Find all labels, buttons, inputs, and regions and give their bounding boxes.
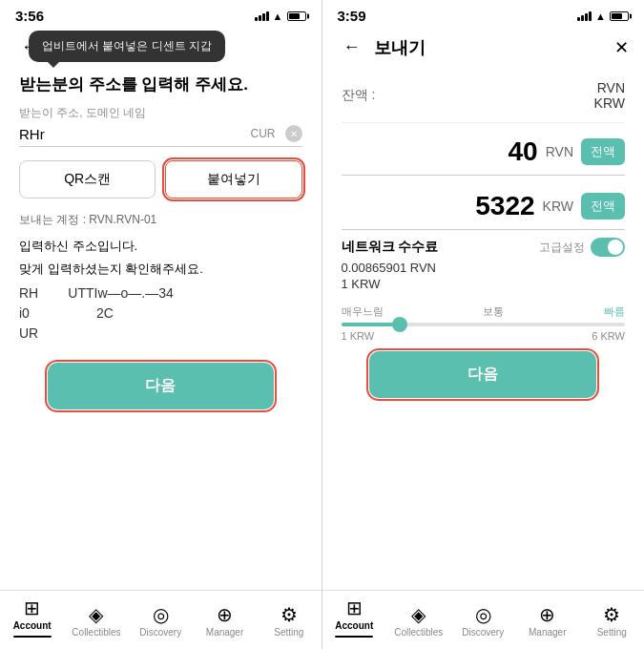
page-title-right: 보내기 [374, 36, 426, 59]
collectibles-icon-left: ◈ [89, 605, 103, 624]
action-buttons: QR스캔 붙여넣기 [19, 160, 302, 199]
battery-icon [287, 11, 306, 21]
address-line-2: i0 2C [19, 305, 114, 321]
status-bar-left: 3:56 ▲ [0, 0, 322, 28]
paste-button[interactable]: 붙여넣기 [165, 160, 301, 199]
toggle-knob [608, 240, 623, 255]
account-info: 보내는 계정 : RVN.RVN-01 [19, 212, 302, 228]
verify-text-2: 맞게 입력하셨는지 확인해주세요. [19, 261, 302, 278]
time-right: 3:59 [338, 8, 366, 24]
nav-discovery-right[interactable]: ◎ Discovery [457, 605, 509, 638]
amount-row-krw: 5322 KRW 전액 [342, 183, 626, 230]
time-left: 3:56 [15, 8, 44, 24]
account-icon-right: ⊞ [346, 598, 363, 618]
nav-account-right[interactable]: ⊞ Account [328, 598, 381, 639]
signal-icon-right [577, 11, 592, 21]
right-phone: 3:59 ▲ ← 보내기 ✕ [322, 0, 645, 649]
page-content-left: 받는분의 주소를 입력해 주세요. 받는이 주소, 도메인 네임 CUR ✕ Q… [0, 63, 322, 590]
amount-value-rvn: 40 [509, 136, 538, 167]
signal-icon [255, 11, 269, 21]
tooltip: 업비트에서 붙여넣은 디센트 지갑 [29, 31, 225, 62]
status-icons-right: ▲ [577, 10, 629, 22]
nav-label-account-left: Account [13, 620, 52, 631]
amount-unit-rvn: RVN [546, 144, 573, 159]
slider-thumb[interactable] [392, 317, 407, 332]
max-btn-krw[interactable]: 전액 [581, 193, 625, 220]
verify-text-1: 입력하신 주소입니다. [19, 238, 302, 255]
status-bar-right: 3:59 ▲ [322, 0, 645, 28]
nav-manager-right[interactable]: ⊕ Manager [521, 605, 573, 638]
nav-collectibles-right[interactable]: ◈ Collectibles [392, 605, 445, 638]
fee-header: 네트워크 수수료 고급설정 [342, 238, 626, 257]
qr-scan-button[interactable]: QR스캔 [19, 160, 156, 199]
slider-section: 매우느림 보통 빠름 1 KRW 6 KRW [342, 304, 626, 342]
address-input[interactable] [19, 126, 241, 142]
amount-row-rvn: 40 RVN 전액 [342, 129, 626, 176]
nav-manager-left[interactable]: ⊕ Manager [198, 605, 251, 638]
nav-label-manager-right: Manager [529, 627, 566, 638]
slider-labels: 매우느림 보통 빠름 [342, 304, 626, 319]
nav-active-bar-right [335, 636, 373, 639]
battery-icon-right [610, 11, 629, 21]
nav-label-account-right: Account [335, 620, 373, 631]
balance-currency-krw: KRW [594, 95, 625, 111]
slider-max: 6 KRW [592, 330, 625, 342]
address-input-row: CUR ✕ [19, 125, 302, 147]
address-preview: RH UTTIw—o—.—34 i0 2C UR [19, 283, 302, 344]
section-title: 받는분의 주소를 입력해 주세요. [19, 74, 302, 95]
discovery-icon-right: ◎ [475, 605, 491, 624]
nav-label-discovery-left: Discovery [139, 627, 181, 638]
collectibles-icon-right: ◈ [411, 605, 426, 624]
advanced-label: 고급설정 [539, 240, 585, 256]
bottom-nav-left: ⊞ Account ◈ Collectibles ◎ Discovery ⊕ M… [0, 590, 322, 650]
clear-button[interactable]: ✕ [285, 125, 302, 142]
currency-tag: CUR [247, 125, 280, 142]
nav-setting-right[interactable]: ⚙ Setting [586, 605, 638, 638]
slider-fill [342, 323, 399, 326]
advanced-row: 고급설정 [539, 238, 625, 257]
amount-value-krw: 5322 [475, 191, 534, 221]
nav-label-setting-left: Setting [274, 627, 303, 638]
fee-section: 네트워크 수수료 고급설정 0.00865901 RVN 1 KRW [342, 238, 626, 291]
nav-setting-left[interactable]: ⚙ Setting [262, 605, 315, 638]
balance-label: 잔액 : [342, 87, 376, 104]
fee-label: 네트워크 수수료 [342, 239, 439, 256]
slider-label-fast: 빠름 [604, 304, 625, 319]
nav-discovery-left[interactable]: ◎ Discovery [135, 605, 187, 638]
setting-icon-left: ⚙ [280, 605, 298, 624]
nav-label-setting-right: Setting [597, 627, 627, 638]
slider-min: 1 KRW [342, 330, 375, 342]
divider-1 [342, 122, 626, 123]
back-button-right[interactable]: ← [338, 35, 366, 59]
nav-active-bar-left [13, 636, 52, 639]
balance-row: 잔액 : RVN KRW [342, 74, 626, 116]
nav-label-collectibles-right: Collectibles [394, 627, 443, 638]
discovery-icon-left: ◎ [153, 605, 169, 624]
left-phone: 3:56 ▲ 업비트에서 붙여넣은 디센트 지갑 ← 보내기 [0, 0, 322, 649]
nav-collectibles-left[interactable]: ◈ Collectibles [70, 605, 122, 638]
page-content-right: 잔액 : RVN KRW 40 RVN 전액 5322 KRW 전액 [322, 63, 645, 590]
nav-account-left[interactable]: ⊞ Account [6, 598, 58, 639]
status-icons-left: ▲ [255, 10, 306, 22]
toggle-advanced[interactable] [591, 238, 625, 257]
nav-label-collectibles-left: Collectibles [72, 627, 120, 638]
balance-currency-rvn: RVN [597, 80, 625, 95]
slider-range-labels: 1 KRW 6 KRW [342, 330, 626, 342]
next-button-right[interactable]: 다음 [369, 351, 596, 398]
wifi-icon: ▲ [273, 10, 283, 22]
next-button-left[interactable]: 다음 [48, 363, 274, 409]
wifi-icon-right: ▲ [595, 10, 606, 22]
slider-track[interactable] [342, 323, 626, 326]
account-icon-left: ⊞ [24, 598, 40, 618]
nav-label-manager-left: Manager [206, 627, 243, 638]
slider-label-slow: 매우느림 [342, 304, 384, 319]
max-btn-rvn[interactable]: 전액 [581, 138, 625, 165]
close-button-right[interactable]: ✕ [614, 37, 629, 58]
manager-icon-right: ⊕ [539, 605, 555, 624]
fee-value-krw: 1 KRW [342, 277, 626, 291]
page-header-right: ← 보내기 ✕ [322, 28, 645, 63]
address-line-3: UR [19, 325, 38, 341]
manager-icon-left: ⊕ [217, 605, 233, 624]
fee-value-rvn: 0.00865901 RVN [342, 261, 626, 275]
nav-label-discovery-right: Discovery [462, 627, 504, 638]
